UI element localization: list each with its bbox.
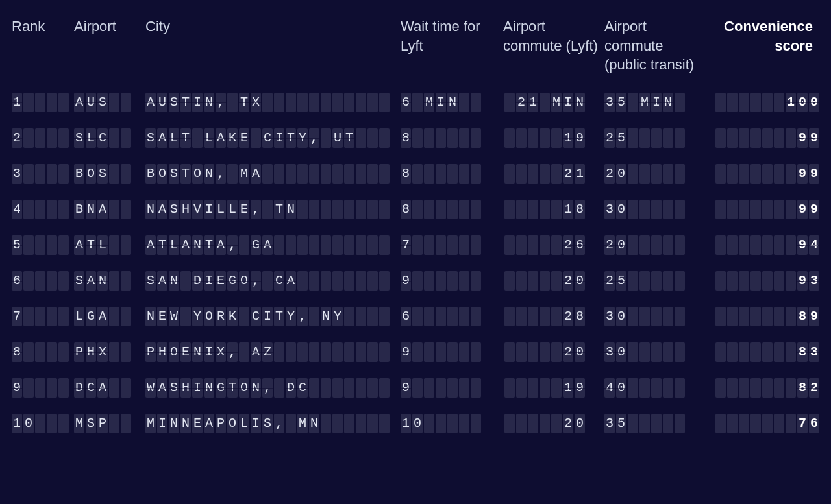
cell-rank: 10: [12, 414, 74, 433]
cell-public-transit: 20: [604, 164, 715, 184]
header-city: City: [145, 17, 401, 36]
cell-wait: 8: [401, 200, 503, 219]
cell-airport: BNA: [74, 200, 145, 219]
table-row: 7LGANEWYORKCITY,NY6283089: [12, 307, 819, 326]
table-row: 4BNANASHVILLE,TN8183099: [12, 200, 819, 219]
cell-wait: 8: [401, 164, 503, 184]
cell-public-transit: 30: [604, 307, 715, 326]
cell-score: 93: [715, 271, 819, 291]
cell-lyft: 28: [503, 307, 604, 326]
cell-airport: AUS: [74, 93, 145, 112]
cell-wait: 9: [401, 271, 503, 291]
cell-lyft: 19: [503, 128, 604, 148]
cell-airport: ATL: [74, 235, 145, 255]
cell-rank: 1: [12, 93, 74, 112]
cell-airport: SLC: [74, 128, 145, 148]
cell-lyft: 21: [503, 164, 604, 184]
header-airport: Airport: [74, 17, 145, 36]
cell-wait: 9: [401, 378, 503, 398]
cell-airport: MSP: [74, 414, 145, 433]
departure-board: Rank Airport City Wait time for Lyft Air…: [0, 0, 831, 504]
table-row: 5ATLATLANTA,GA7262094: [12, 235, 819, 255]
cell-score: 82: [715, 378, 819, 398]
cell-lyft: 20: [503, 342, 604, 362]
cell-city: MINNEAPOLIS,MN: [145, 414, 401, 433]
cell-airport: DCA: [74, 378, 145, 398]
cell-wait: 10: [401, 414, 503, 433]
cell-airport: PHX: [74, 342, 145, 362]
header-lyft: Airport commute (Lyft): [503, 17, 604, 55]
cell-rank: 2: [12, 128, 74, 148]
cell-public-transit: 35MIN: [604, 93, 715, 112]
cell-rank: 9: [12, 378, 74, 398]
table-row: 6SANSANDIEGO,CA9202593: [12, 271, 819, 291]
cell-city: PHOENIX,AZ: [145, 342, 401, 362]
cell-city: AUSTIN,TX: [145, 93, 401, 112]
table-body: 1AUSAUSTIN,TX6MIN21MIN35MIN1002SLCSALTLA…: [12, 93, 819, 433]
table-row: 3BOSBOSTON,MA8212099: [12, 164, 819, 184]
cell-score: 99: [715, 128, 819, 148]
cell-city: SANDIEGO,CA: [145, 271, 401, 291]
cell-airport: LGA: [74, 307, 145, 326]
cell-city: ATLANTA,GA: [145, 235, 401, 255]
cell-rank: 8: [12, 342, 74, 362]
cell-score: 99: [715, 164, 819, 184]
cell-airport: BOS: [74, 164, 145, 184]
cell-lyft: 20: [503, 271, 604, 291]
cell-wait: 9: [401, 342, 503, 362]
cell-public-transit: 20: [604, 235, 715, 255]
cell-wait: 6MIN: [401, 93, 503, 112]
cell-city: NEWYORKCITY,NY: [145, 307, 401, 326]
cell-lyft: 20: [503, 414, 604, 433]
cell-city: WASHINGTON,DC: [145, 378, 401, 398]
cell-public-transit: 35: [604, 414, 715, 433]
cell-rank: 3: [12, 164, 74, 184]
cell-airport: SAN: [74, 271, 145, 291]
cell-score: 89: [715, 307, 819, 326]
header-score: Convenience score: [715, 17, 819, 55]
cell-score: 83: [715, 342, 819, 362]
table-row: 10MSPMINNEAPOLIS,MN10203576: [12, 414, 819, 433]
table-row: 1AUSAUSTIN,TX6MIN21MIN35MIN100: [12, 93, 819, 112]
table-row: 8PHXPHOENIX,AZ9203083: [12, 342, 819, 362]
cell-lyft: 21MIN: [503, 93, 604, 112]
cell-public-transit: 25: [604, 128, 715, 148]
cell-score: 76: [715, 414, 819, 433]
cell-score: 99: [715, 200, 819, 219]
cell-wait: 8: [401, 128, 503, 148]
cell-city: NASHVILLE,TN: [145, 200, 401, 219]
cell-public-transit: 25: [604, 271, 715, 291]
cell-rank: 6: [12, 271, 74, 291]
cell-city: SALTLAKECITY,UT: [145, 128, 401, 148]
cell-public-transit: 30: [604, 200, 715, 219]
cell-public-transit: 30: [604, 342, 715, 362]
cell-wait: 7: [401, 235, 503, 255]
cell-score: 100: [715, 93, 819, 112]
cell-public-transit: 40: [604, 378, 715, 398]
cell-lyft: 18: [503, 200, 604, 219]
header-public-transit: Airport commute (public transit): [604, 17, 715, 75]
cell-rank: 5: [12, 235, 74, 255]
table-row: 9DCAWASHINGTON,DC9194082: [12, 378, 819, 398]
cell-lyft: 19: [503, 378, 604, 398]
table-header-row: Rank Airport City Wait time for Lyft Air…: [12, 12, 819, 93]
cell-rank: 4: [12, 200, 74, 219]
header-wait: Wait time for Lyft: [401, 17, 503, 55]
cell-city: BOSTON,MA: [145, 164, 401, 184]
cell-score: 94: [715, 235, 819, 255]
header-rank: Rank: [12, 17, 74, 36]
table-row: 2SLCSALTLAKECITY,UT8192599: [12, 128, 819, 148]
cell-wait: 6: [401, 307, 503, 326]
cell-lyft: 26: [503, 235, 604, 255]
cell-rank: 7: [12, 307, 74, 326]
